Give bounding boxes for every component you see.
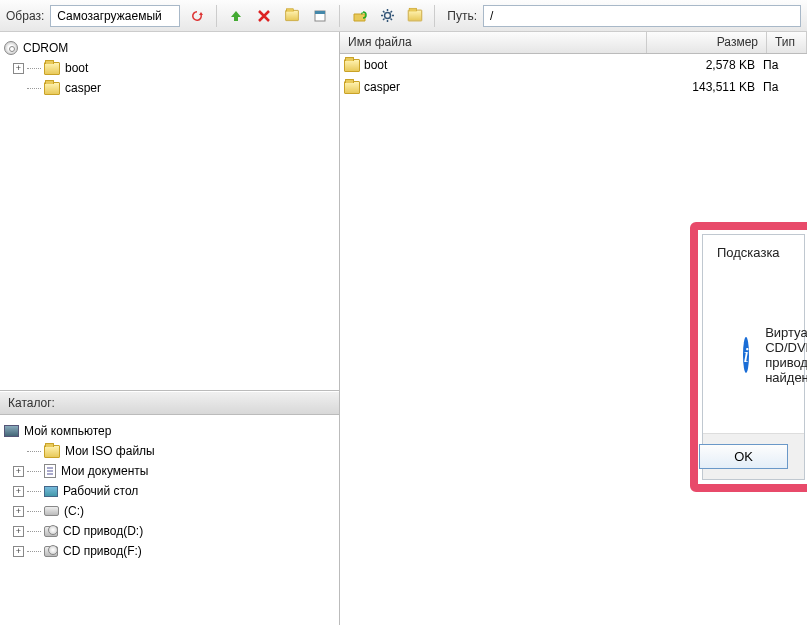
file-list-header: Имя файла Размер Тип	[340, 32, 807, 54]
tree-item[interactable]: casper	[4, 78, 335, 98]
toolbar-separator	[434, 5, 435, 27]
dialog-title: Подсказка	[703, 235, 804, 268]
catalog-item[interactable]: + CD привод(D:)	[4, 521, 335, 541]
image-label: Образ:	[6, 9, 44, 23]
computer-icon	[4, 425, 19, 437]
disc-icon	[4, 41, 18, 55]
svg-line-9	[383, 19, 385, 21]
file-list: boot 2,578 KB Па casper 143,511 KB Па	[340, 54, 807, 98]
folder-icon	[344, 59, 360, 72]
catalog-item[interactable]: Мои ISO файлы	[4, 441, 335, 461]
expand-blank	[13, 83, 24, 94]
cd-drive-icon	[44, 526, 58, 537]
tree-connector	[27, 511, 41, 512]
hdd-icon	[44, 506, 59, 516]
file-type: Па	[763, 80, 803, 94]
tree-connector	[27, 491, 41, 492]
dialog-message: Виртуальный CD/DVD привод не найден!	[765, 325, 807, 385]
tree-connector	[27, 68, 41, 69]
file-size: 2,578 KB	[643, 58, 763, 72]
tree-connector	[27, 471, 41, 472]
toolbar-separator	[216, 5, 217, 27]
column-type[interactable]: Тип	[767, 32, 807, 53]
tree-label: (C:)	[64, 504, 84, 518]
expand-icon[interactable]: +	[13, 466, 24, 477]
column-name[interactable]: Имя файла	[340, 32, 647, 53]
catalog-tree: Мой компьютер Мои ISO файлы + Мои докуме…	[0, 415, 339, 625]
delete-icon[interactable]	[253, 5, 275, 27]
tree-label: CD привод(F:)	[63, 544, 142, 558]
file-type: Па	[763, 58, 803, 72]
image-type-input[interactable]	[50, 5, 180, 27]
path-label: Путь:	[447, 9, 477, 23]
ok-button[interactable]: OK	[699, 444, 788, 469]
catalog-header: Каталог:	[0, 391, 339, 415]
main-toolbar: Образ: Путь:	[0, 0, 807, 32]
svg-point-2	[384, 13, 390, 19]
expand-icon[interactable]: +	[13, 526, 24, 537]
iso-folder-icon	[44, 445, 60, 458]
tree-label: CD привод(D:)	[63, 524, 143, 538]
expand-icon[interactable]: +	[13, 546, 24, 557]
cd-drive-icon	[44, 546, 58, 557]
folder-icon	[44, 82, 60, 95]
file-name: boot	[364, 58, 387, 72]
info-dialog: Подсказка i Виртуальный CD/DVD привод не…	[702, 234, 805, 480]
folder-icon	[44, 62, 60, 75]
expand-blank	[13, 446, 24, 457]
info-icon: i	[743, 337, 749, 373]
documents-icon	[44, 464, 56, 478]
up-arrow-icon[interactable]	[225, 5, 247, 27]
svg-rect-1	[315, 11, 325, 14]
tree-label: Мои ISO файлы	[65, 444, 155, 458]
catalog-root[interactable]: Мой компьютер	[4, 421, 335, 441]
tree-label: Мой компьютер	[24, 424, 111, 438]
file-name: casper	[364, 80, 400, 94]
catalog-item[interactable]: + CD привод(F:)	[4, 541, 335, 561]
open-folder-icon[interactable]	[404, 5, 426, 27]
tree-connector	[27, 551, 41, 552]
tree-root-cdrom[interactable]: CDROM	[4, 38, 335, 58]
tree-connector	[27, 531, 41, 532]
path-input[interactable]	[483, 5, 801, 27]
expand-icon[interactable]: +	[13, 63, 24, 74]
file-row[interactable]: boot 2,578 KB Па	[340, 54, 807, 76]
tree-label: Мои документы	[61, 464, 148, 478]
column-size[interactable]: Размер	[647, 32, 767, 53]
catalog-item[interactable]: + Рабочий стол	[4, 481, 335, 501]
properties-icon[interactable]	[309, 5, 331, 27]
catalog-item[interactable]: + Мои документы	[4, 461, 335, 481]
toolbar-separator	[339, 5, 340, 27]
dialog-highlight: Подсказка i Виртуальный CD/DVD привод не…	[690, 222, 807, 492]
expand-icon[interactable]: +	[13, 486, 24, 497]
expand-icon[interactable]: +	[13, 506, 24, 517]
refresh-folder-icon[interactable]	[348, 5, 370, 27]
tree-connector	[27, 88, 41, 89]
file-size: 143,511 KB	[643, 80, 763, 94]
refresh-icon[interactable]	[186, 5, 208, 27]
new-folder-icon[interactable]	[281, 5, 303, 27]
tree-label: Рабочий стол	[63, 484, 138, 498]
folder-icon	[344, 81, 360, 94]
catalog-item[interactable]: + (C:)	[4, 501, 335, 521]
svg-line-8	[390, 19, 392, 21]
file-row[interactable]: casper 143,511 KB Па	[340, 76, 807, 98]
svg-line-10	[390, 11, 392, 13]
tree-item[interactable]: + boot	[4, 58, 335, 78]
svg-line-7	[383, 11, 385, 13]
tree-label: casper	[65, 81, 101, 95]
desktop-icon	[44, 486, 58, 497]
dialog-footer: OK	[703, 433, 804, 479]
tree-label: CDROM	[23, 41, 68, 55]
image-tree: CDROM + boot casper	[0, 32, 339, 391]
tree-label: boot	[65, 61, 88, 75]
gear-icon[interactable]	[376, 5, 398, 27]
tree-connector	[27, 451, 41, 452]
